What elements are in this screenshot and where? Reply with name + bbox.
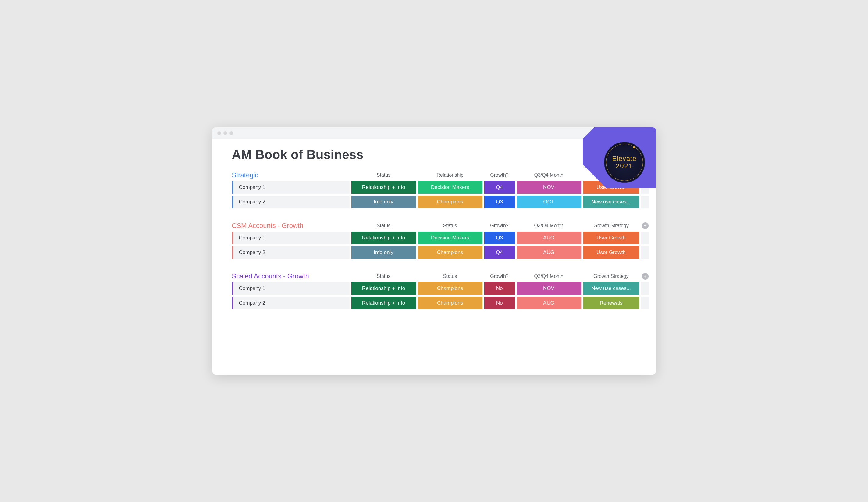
status-pill[interactable]: AUG <box>517 246 581 259</box>
status-pill[interactable]: Champions <box>418 297 483 310</box>
table-row: Company 2Info onlyChampionsQ3OCTNew use … <box>232 196 637 208</box>
status-pill[interactable]: User Growth <box>583 231 639 244</box>
row-trailing-cell[interactable] <box>641 297 649 310</box>
status-pill[interactable]: Q3 <box>484 231 515 244</box>
badge-line2: 2021 <box>616 163 633 170</box>
window-minimize-dot[interactable] <box>224 131 227 135</box>
status-pill[interactable]: Q3 <box>484 196 515 208</box>
section-header: CSM Accounts - GrowthStatusStatusGrowth?… <box>232 222 637 230</box>
status-pill[interactable]: No <box>484 282 515 295</box>
status-pill[interactable]: Info only <box>351 246 416 259</box>
column-header: Growth? <box>484 223 515 230</box>
plus-icon: + <box>643 273 647 280</box>
status-pill[interactable]: Decision Makers <box>418 231 483 244</box>
column-header: Status <box>351 223 416 230</box>
column-header: Growth Strategy <box>583 223 639 230</box>
status-pill[interactable]: AUG <box>517 231 581 244</box>
app-window: Elevate 2021 AM Book of Business Strateg… <box>213 127 656 375</box>
page-content: AM Book of Business StrategicStatusRelat… <box>213 139 656 332</box>
row-trailing-cell[interactable] <box>641 246 649 259</box>
add-column-button[interactable]: + <box>642 273 649 280</box>
status-pill[interactable]: Renewals <box>583 297 639 310</box>
status-pill[interactable]: User Growth <box>583 181 639 194</box>
status-pill[interactable]: Champions <box>418 246 483 259</box>
status-pill[interactable]: Decision Makers <box>418 181 483 194</box>
row-name-cell[interactable]: Company 2 <box>232 196 350 208</box>
table-row: Company 1Relationship + InfoChampionsNoN… <box>232 282 637 295</box>
badge-line1: Elevate <box>612 155 637 163</box>
window-controls <box>217 131 233 135</box>
column-header: Q3/Q4 Month <box>517 273 581 280</box>
section: CSM Accounts - GrowthStatusStatusGrowth?… <box>232 222 637 259</box>
add-column-button[interactable]: + <box>642 172 649 178</box>
column-header: Relationship <box>418 172 483 179</box>
status-pill[interactable]: AUG <box>517 297 581 310</box>
section-title[interactable]: Strategic <box>232 171 350 179</box>
window-zoom-dot[interactable] <box>229 131 233 135</box>
status-pill[interactable]: OCT <box>517 196 581 208</box>
column-header: Q3/Q4 Month <box>517 172 581 179</box>
table-row: Company 2Info onlyChampionsQ4AUGUser Gro… <box>232 246 637 259</box>
row-name-cell[interactable]: Company 1 <box>232 181 350 194</box>
status-pill[interactable]: NOV <box>517 181 581 194</box>
status-pill[interactable]: No <box>484 297 515 310</box>
status-pill[interactable]: New use cases... <box>583 196 639 208</box>
section: Scaled Accounts - GrowthStatusStatusGrow… <box>232 272 637 310</box>
elevate-badge: Elevate 2021 <box>604 142 645 183</box>
table-row: Company 1Relationship + InfoDecision Mak… <box>232 181 637 194</box>
column-header: Growth? <box>484 172 515 179</box>
status-pill[interactable]: Relationship + Info <box>351 231 416 244</box>
table-row: Company 2Relationship + InfoChampionsNoA… <box>232 297 637 310</box>
column-header: Growth Strategy <box>583 273 639 280</box>
plus-icon: + <box>643 223 647 229</box>
column-header: Q3/Q4 Month <box>517 223 581 230</box>
column-header: Growth? <box>484 273 515 280</box>
column-header: Status <box>351 273 416 280</box>
section-header: Scaled Accounts - GrowthStatusStatusGrow… <box>232 272 637 280</box>
row-trailing-cell[interactable] <box>641 282 649 295</box>
status-pill[interactable]: User Growth <box>583 246 639 259</box>
add-column-button[interactable]: + <box>642 222 649 229</box>
row-trailing-cell[interactable] <box>641 231 649 244</box>
status-pill[interactable]: NOV <box>517 282 581 295</box>
row-name-cell[interactable]: Company 1 <box>232 231 350 244</box>
status-pill[interactable]: Q4 <box>484 246 515 259</box>
window-titlebar <box>213 127 656 139</box>
status-pill[interactable]: Champions <box>418 282 483 295</box>
column-header: Status <box>418 273 483 280</box>
section: StrategicStatusRelationshipGrowth?Q3/Q4 … <box>232 171 637 208</box>
plus-icon: + <box>643 172 647 178</box>
window-close-dot[interactable] <box>217 131 221 135</box>
row-trailing-cell[interactable] <box>641 196 649 208</box>
column-header: Status <box>351 172 416 179</box>
section-header: StrategicStatusRelationshipGrowth?Q3/Q4 … <box>232 171 637 179</box>
row-name-cell[interactable]: Company 2 <box>232 297 350 310</box>
status-pill[interactable]: Q4 <box>484 181 515 194</box>
page-title: AM Book of Business <box>232 147 637 162</box>
column-header: Status <box>418 223 483 230</box>
section-title[interactable]: CSM Accounts - Growth <box>232 222 350 230</box>
row-trailing-cell[interactable] <box>641 181 649 194</box>
status-pill[interactable]: Info only <box>351 196 416 208</box>
row-name-cell[interactable]: Company 2 <box>232 246 350 259</box>
status-pill[interactable]: Champions <box>418 196 483 208</box>
status-pill[interactable]: Relationship + Info <box>351 282 416 295</box>
status-pill[interactable]: New use cases... <box>583 282 639 295</box>
table-row: Company 1Relationship + InfoDecision Mak… <box>232 231 637 244</box>
row-name-cell[interactable]: Company 1 <box>232 282 350 295</box>
section-title[interactable]: Scaled Accounts - Growth <box>232 272 350 280</box>
status-pill[interactable]: Relationship + Info <box>351 297 416 310</box>
status-pill[interactable]: Relationship + Info <box>351 181 416 194</box>
